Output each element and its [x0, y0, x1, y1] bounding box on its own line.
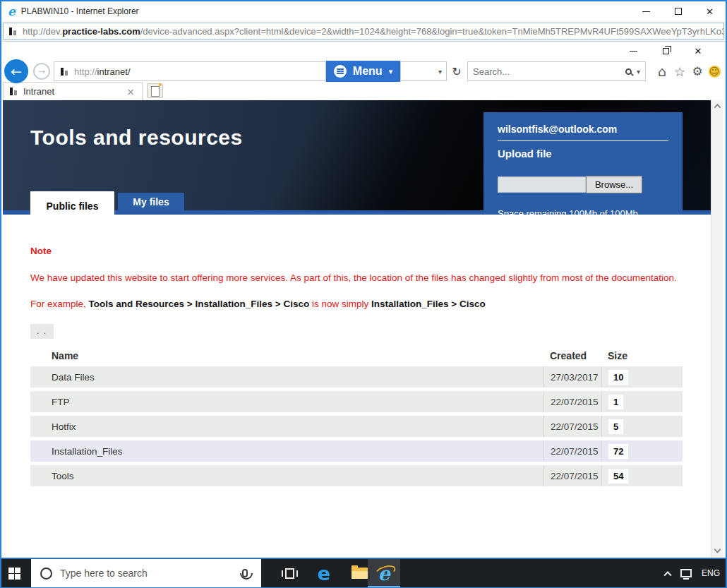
- cortana-icon: [40, 568, 52, 580]
- address-autocomplete-dropdown[interactable]: ▾: [400, 61, 447, 81]
- table-row: FTP 22/07/2015 1: [30, 391, 683, 412]
- created-date: 27/03/2017: [543, 366, 601, 388]
- search-dropdown-icon[interactable]: ▾: [637, 68, 640, 76]
- folder-link[interactable]: Hotfix: [30, 421, 543, 432]
- note-paragraph: We have updated this website to start of…: [30, 272, 711, 283]
- chevron-up-icon: [663, 571, 671, 579]
- hamburger-menu-icon: [334, 65, 347, 78]
- table-row: Hotfix 22/07/2015 5: [30, 416, 683, 437]
- size-badge: 10: [608, 370, 628, 385]
- site-favicon-icon: [60, 67, 69, 76]
- table-body: Data Files 27/03/2017 10 FTP 22/07/2015 …: [30, 366, 683, 486]
- new-tab-button[interactable]: *: [147, 83, 163, 98]
- host-url-path: /device-advanced.aspx?client=html&device…: [140, 26, 724, 37]
- host-address-bar[interactable]: http://dev.practice-labs.com/device-adva…: [3, 23, 724, 40]
- close-icon: ✕: [695, 47, 702, 56]
- host-minimize-button[interactable]: [630, 1, 662, 21]
- remote-minimize-button[interactable]: [617, 42, 649, 60]
- browse-button[interactable]: Browse...: [586, 176, 642, 193]
- table-row: Data Files 27/03/2017 10: [30, 366, 683, 388]
- upload-file-label: Upload file: [498, 148, 668, 160]
- size-badge: 72: [608, 444, 628, 459]
- size-cell: 5: [601, 416, 683, 437]
- screen: e PLABWIN10 - Internet Explorer ✕ http:/…: [0, 0, 727, 588]
- windows-logo-icon: [8, 574, 14, 580]
- forward-button[interactable]: →: [33, 63, 50, 80]
- space-remaining-label: Space remaining 100Mb of 100Mb: [498, 208, 668, 219]
- settings-button[interactable]: ⚙: [690, 63, 705, 80]
- chevron-down-icon: [714, 546, 721, 553]
- host-maximize-button[interactable]: [662, 1, 694, 21]
- address-bar[interactable]: http://intranet/: [54, 61, 326, 81]
- table-row: Tools 22/07/2015 54: [30, 465, 683, 486]
- windows-logo-icon: [8, 568, 14, 573]
- windows-logo-icon: [15, 574, 20, 580]
- host-window-controls: ✕: [630, 1, 726, 21]
- language-indicator[interactable]: ENG: [702, 568, 720, 578]
- remote-close-button[interactable]: ✕: [682, 42, 714, 60]
- back-button[interactable]: ←: [4, 59, 28, 83]
- folder-link[interactable]: Installation_Files: [30, 446, 543, 457]
- example-new-path: Installation_Files > Cisco: [371, 299, 486, 309]
- files-table: Name Created Size Data Files 27/03/2017 …: [30, 345, 683, 486]
- microphone-icon[interactable]: [242, 569, 248, 577]
- forward-icon: →: [38, 66, 46, 77]
- search-icon[interactable]: [625, 68, 632, 75]
- maximize-icon: [675, 8, 682, 15]
- tab-public-files[interactable]: Public files: [30, 191, 114, 220]
- file-path-field[interactable]: [498, 176, 586, 193]
- internet-explorer-button[interactable]: e: [368, 559, 400, 587]
- search-box: ▾: [467, 61, 646, 81]
- file-upload-row: Browse...: [498, 176, 668, 193]
- tray-expand-button[interactable]: [665, 570, 671, 576]
- close-icon: ✕: [706, 7, 714, 16]
- taskbar: Type here to search e e ENG: [1, 558, 726, 587]
- header-name: Name: [30, 350, 543, 361]
- host-window-title: PLABWIN10 - Internet Explorer: [21, 6, 139, 16]
- favorites-button[interactable]: ☆: [672, 63, 687, 80]
- internet-explorer-icon: e: [378, 564, 390, 583]
- folder-link[interactable]: Data Files: [30, 372, 543, 383]
- folder-link[interactable]: Tools: [30, 471, 543, 481]
- refresh-icon: ↻: [452, 65, 461, 78]
- tab-my-files[interactable]: My files: [118, 193, 184, 210]
- smiley-icon: ☺: [709, 66, 721, 78]
- created-date: 22/07/2015: [543, 416, 601, 437]
- page-scrollbar[interactable]: [711, 100, 723, 558]
- tab-intranet[interactable]: Intranet ×: [3, 82, 143, 100]
- scroll-up-button[interactable]: [711, 100, 723, 112]
- network-button[interactable]: [680, 569, 692, 577]
- home-button[interactable]: ⌂: [654, 63, 670, 80]
- size-cell: 54: [601, 465, 683, 486]
- created-date: 22/07/2015: [543, 391, 601, 412]
- scroll-down-button[interactable]: [711, 546, 723, 558]
- chevron-down-icon: ▾: [438, 68, 442, 76]
- remote-restore-button[interactable]: [649, 42, 682, 60]
- chevron-down-icon: ▾: [389, 67, 393, 76]
- parent-directory-button[interactable]: . .: [30, 324, 54, 339]
- address-scheme: http://: [74, 66, 97, 77]
- host-close-button[interactable]: ✕: [694, 1, 726, 21]
- size-cell: 72: [601, 440, 683, 462]
- start-button[interactable]: [8, 568, 21, 580]
- folder-link[interactable]: FTP: [30, 397, 543, 407]
- upload-panel: wilsontfisk@outlook.com Upload file Brow…: [483, 112, 683, 215]
- edge-button[interactable]: e: [308, 559, 340, 587]
- minimize-icon: [630, 51, 637, 52]
- restore-icon: [663, 48, 669, 54]
- page-body: Note We have updated this website to sta…: [3, 215, 711, 558]
- menu-button[interactable]: Menu ▾: [326, 61, 400, 82]
- feedback-button[interactable]: ☺: [707, 63, 722, 80]
- ie-logo-icon: e: [8, 6, 16, 18]
- chevron-up-icon: [714, 104, 721, 111]
- example-prefix: For example,: [30, 299, 86, 309]
- task-view-button[interactable]: [273, 559, 306, 587]
- tab-close-button[interactable]: ×: [125, 86, 136, 97]
- header-created: Created: [543, 350, 601, 361]
- refresh-button[interactable]: ↻: [448, 61, 465, 81]
- menu-button-label: Menu: [353, 65, 383, 78]
- smiley-glyph: ☺: [709, 66, 720, 76]
- minimize-icon: [642, 11, 650, 12]
- taskbar-search[interactable]: Type here to search: [31, 559, 261, 587]
- search-input[interactable]: [473, 66, 625, 77]
